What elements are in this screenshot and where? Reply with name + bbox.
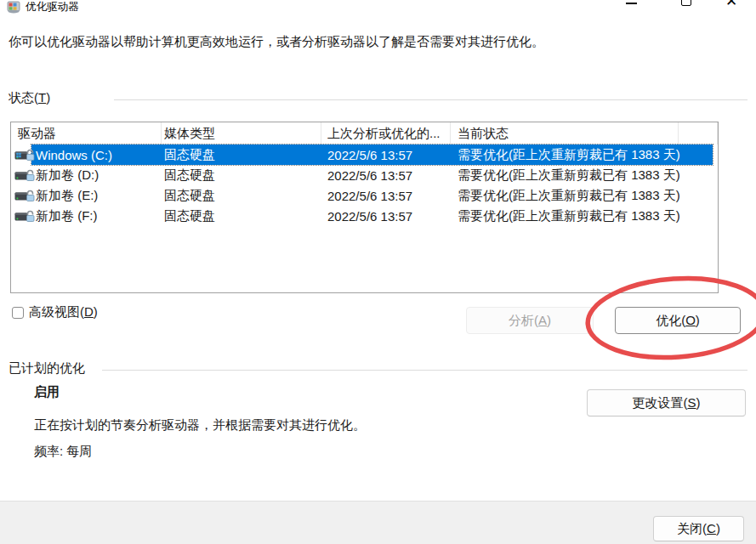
- current-status: 需要优化(距上次重新剪裁已有 1383 天): [451, 208, 679, 224]
- status-group-label: 状态(T): [9, 90, 50, 106]
- header-last-analyzed[interactable]: 上次分析或优化的...: [321, 122, 451, 144]
- schedule-group-divider: [102, 370, 747, 371]
- maximize-icon[interactable]: [681, 0, 691, 6]
- change-settings-button[interactable]: 更改设置(S): [587, 389, 746, 416]
- current-status: 需要优化(距上次重新剪裁已有 1383 天): [451, 147, 679, 163]
- windows-drive-icon: [14, 148, 35, 162]
- media-type: 固态硬盘: [162, 188, 321, 204]
- table-header-row: 驱动器 媒体类型 上次分析或优化的... 当前状态: [11, 122, 718, 144]
- advanced-view-checkbox[interactable]: [12, 307, 24, 319]
- last-optimized: 2022/5/6 13:57: [321, 168, 451, 183]
- current-status: 需要优化(距上次重新剪裁已有 1383 天): [451, 167, 679, 184]
- drives-table: 驱动器 媒体类型 上次分析或优化的... 当前状态: [10, 122, 719, 293]
- header-current-status[interactable]: 当前状态: [451, 122, 679, 144]
- status-group-divider: [114, 99, 747, 100]
- drive-name: 新加卷 (F:): [36, 208, 98, 224]
- drive-name: Windows (C:): [36, 148, 112, 162]
- last-optimized: 2022/5/6 13:57: [321, 148, 451, 162]
- header-media-type[interactable]: 媒体类型: [162, 122, 321, 144]
- last-optimized: 2022/5/6 13:57: [321, 189, 451, 203]
- minimize-icon[interactable]: [626, 3, 637, 4]
- optimize-button[interactable]: 优化(O): [615, 307, 741, 334]
- schedule-description: 正在按计划的节奏分析驱动器，并根据需要对其进行优化。: [34, 417, 366, 434]
- advanced-view-label[interactable]: 高级视图(D): [29, 304, 98, 320]
- schedule-group-label: 已计划的优化: [9, 360, 85, 377]
- schedule-frequency: 频率: 每周: [34, 444, 92, 460]
- header-spacer: [679, 122, 718, 144]
- last-optimized: 2022/5/6 13:57: [321, 209, 451, 224]
- current-status: 需要优化(距上次重新剪裁已有 1383 天): [451, 188, 679, 204]
- analyze-button: 分析(A): [466, 307, 594, 334]
- intro-text: 你可以优化驱动器以帮助计算机更高效地运行，或者分析驱动器以了解是否需要对其进行优…: [9, 34, 544, 50]
- schedule-state: 启用: [34, 384, 60, 400]
- optimize-drives-window: 优化驱动器 ✕ 你可以优化驱动器以帮助计算机更高效地运行，或者分析驱动器以了解是…: [0, 0, 756, 544]
- media-type: 固态硬盘: [162, 208, 321, 224]
- close-icon[interactable]: ✕: [725, 0, 737, 8]
- table-row-drive-c[interactable]: Windows (C:) 固态硬盘 2022/5/6 13:57 需要优化(距上…: [11, 144, 718, 165]
- defrag-app-icon: [7, 0, 20, 14]
- table-row-drive-d[interactable]: 新加卷 (D:) 固态硬盘 2022/5/6 13:57 需要优化(距上次重新剪…: [11, 165, 718, 185]
- window-title: 优化驱动器: [26, 0, 79, 14]
- drive-icon: [14, 168, 35, 183]
- drive-name: 新加卷 (E:): [36, 188, 98, 204]
- media-type: 固态硬盘: [162, 147, 321, 163]
- media-type: 固态硬盘: [162, 167, 321, 184]
- drive-name: 新加卷 (D:): [36, 167, 99, 184]
- header-drive[interactable]: 驱动器: [11, 122, 162, 144]
- table-row-drive-e[interactable]: 新加卷 (E:) 固态硬盘 2022/5/6 13:57 需要优化(距上次重新剪…: [11, 185, 718, 206]
- table-row-drive-f[interactable]: 新加卷 (F:) 固态硬盘 2022/5/6 13:57 需要优化(距上次重新剪…: [11, 206, 718, 226]
- close-button[interactable]: 关闭(C): [653, 516, 744, 541]
- drive-icon: [14, 209, 35, 224]
- drive-icon: [14, 189, 35, 203]
- dialog-footer: [0, 501, 756, 544]
